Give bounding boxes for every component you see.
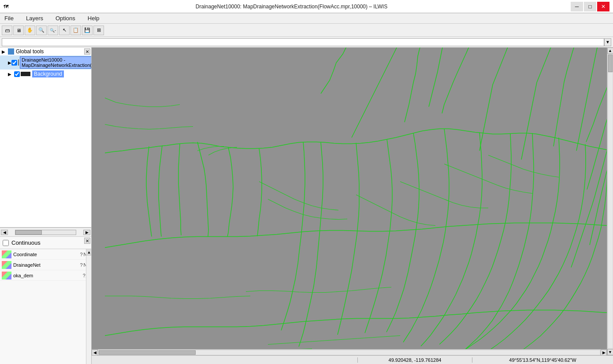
vscroll-thumb[interactable] (608, 55, 613, 72)
map-horizontal-scrollbar[interactable]: ◀ ▶ (92, 349, 607, 355)
close-button[interactable]: ✕ (597, 2, 609, 11)
drainagenet-checkbox[interactable] (11, 60, 17, 66)
toolbar-select[interactable]: ↖ (59, 26, 70, 35)
drainagenet-legend-icon (2, 261, 11, 269)
scroll-down-button[interactable]: ▼ (607, 349, 613, 355)
title-bar: 🗺 DrainageNet10000: MapDrainageNetworkEx… (0, 0, 613, 13)
toolbar-open[interactable]: 🖥 (13, 26, 24, 35)
hscroll-thumb[interactable] (99, 350, 196, 355)
legend-row-coordinate: Coordinate ? Nc (0, 249, 91, 260)
tree-scroll: ◀ ▶ (0, 228, 91, 236)
status-coord-dms: 49°55'13.54"N,119°45'40.62"W (472, 357, 613, 363)
svg-rect-0 (92, 48, 613, 364)
toolbar-grid[interactable]: ⊞ (93, 26, 104, 35)
legend-scroll-up-button[interactable]: ▲ (86, 249, 91, 255)
legend-scroll: ▲ (86, 249, 91, 364)
toolbar-zoom-out[interactable]: 🔍- (48, 26, 58, 35)
legend-row-oka-dem: oka_dem ?,? (0, 270, 91, 281)
window-controls: ─ □ ✕ (571, 2, 609, 11)
drainagenet-legend-label: DrainageNet (13, 262, 79, 268)
vscroll-track[interactable] (608, 55, 613, 348)
layer-tree-close[interactable]: ✕ (84, 48, 90, 55)
coordinate-icon (2, 250, 11, 258)
left-panel: ✕ ▶ Global tools ▶ DrainageNet10000 - Ma… (0, 48, 92, 364)
maximize-button[interactable]: □ (584, 2, 596, 11)
scroll-left-button[interactable]: ◀ (92, 349, 98, 356)
toolbar: 🗃 🖥 ✋ 🔍 🔍- ↖ 📋 💾 ⊞ (0, 24, 613, 37)
oka-dem-label: oka_dem (13, 273, 82, 278)
tree-item-background[interactable]: ▶ Background (0, 70, 91, 78)
toolbar-new[interactable]: 🗃 (2, 26, 12, 35)
scroll-right-button[interactable]: ▶ (83, 230, 90, 235)
search-bar: ▼ (0, 37, 613, 48)
background-checkbox[interactable] (14, 71, 20, 77)
tree-label-drainagenet: DrainageNet10000 - MapDrainageNetworkExt… (20, 56, 91, 69)
tree-hscroll-track[interactable] (15, 230, 76, 235)
tree-hscroll-thumb[interactable] (15, 230, 42, 235)
scroll-right-button[interactable]: ▶ (601, 349, 607, 356)
legend-header: Continuous (0, 237, 91, 249)
tree-label-background: Background (32, 70, 64, 77)
expand-icon-drain[interactable]: ▶ (8, 60, 11, 65)
legend-table: Coordinate ? Nc DrainageNet ? Nc oka_dem… (0, 249, 91, 281)
layer-tree: ✕ ▶ Global tools ▶ DrainageNet10000 - Ma… (0, 48, 91, 228)
legend-continuous-checkbox[interactable] (3, 240, 9, 246)
menu-help[interactable]: Help (85, 14, 102, 22)
scroll-up-button[interactable]: ▲ (607, 48, 613, 54)
minimize-button[interactable]: ─ (571, 2, 583, 11)
legend-title: Continuous (11, 239, 41, 246)
status-bar: 49.920428, -119.761284 49°55'13.54"N,119… (92, 355, 613, 364)
main-layout: ✕ ▶ Global tools ▶ DrainageNet10000 - Ma… (0, 48, 613, 364)
legend-panel: ✕ Continuous ▲ Coordinate ? Nc (0, 236, 91, 364)
hscroll-track[interactable] (99, 350, 600, 355)
window-title: DrainageNet10000: MapDrainageNetworkExtr… (12, 4, 571, 10)
legend-row-drainagenet: DrainageNet ? Nc (0, 260, 91, 270)
tree-label-global-tools: Global tools (16, 48, 44, 55)
tree-item-global-tools[interactable]: ▶ Global tools (0, 48, 91, 55)
oka-dem-icon (2, 272, 11, 279)
toolbar-zoom-in[interactable]: 🔍 (36, 26, 47, 35)
menu-layers[interactable]: Layers (23, 14, 46, 22)
tree-item-drainagenet[interactable]: ▶ DrainageNet10000 - MapDrainageNetworkE… (0, 55, 91, 70)
coordinate-label: Coordinate (13, 252, 79, 257)
search-dropdown-button[interactable]: ▼ (604, 38, 611, 46)
menu-bar: File Layers Options Help (0, 13, 613, 24)
coordinate-val1: ? (80, 252, 82, 257)
search-input[interactable] (2, 38, 604, 46)
scroll-left-button[interactable]: ◀ (1, 230, 8, 235)
background-color-swatch (21, 72, 30, 76)
drainagenet-grid-icon (18, 59, 19, 66)
map-vertical-scrollbar[interactable]: ▲ ▼ (607, 48, 613, 355)
legend-close-button[interactable]: ✕ (84, 238, 90, 244)
menu-file[interactable]: File (2, 14, 16, 22)
expand-icon-bg[interactable]: ▶ (8, 72, 14, 77)
map-area[interactable]: ▲ ▼ ◀ ▶ 49.920428, -119.761284 49°55'13.… (92, 48, 613, 364)
map-svg (92, 48, 613, 364)
menu-options[interactable]: Options (53, 14, 78, 22)
toolbar-save[interactable]: 💾 (82, 26, 93, 35)
toolbar-copy[interactable]: 📋 (71, 26, 81, 35)
drainagenet-val1: ? (80, 262, 82, 268)
global-tools-icon (8, 48, 14, 55)
expand-icon[interactable]: ▶ (2, 49, 8, 54)
toolbar-pan[interactable]: ✋ (25, 26, 35, 35)
status-coord-decimal: 49.920428, -119.761284 (357, 357, 472, 363)
